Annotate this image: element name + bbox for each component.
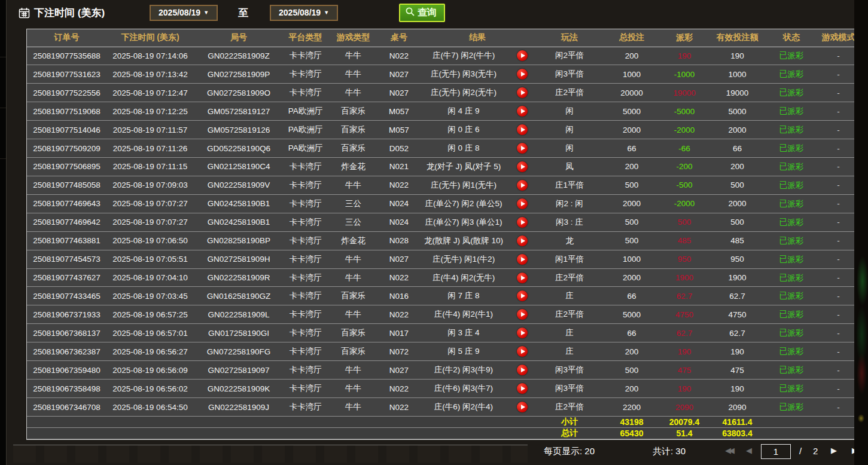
cell-order: 250819077437627 xyxy=(27,268,106,287)
cell-game: 牛牛 xyxy=(327,361,379,380)
page-input[interactable]: 1 xyxy=(761,444,791,459)
column-header: 有效投注额 xyxy=(708,29,766,47)
cell-game: 百家乐 xyxy=(327,324,379,342)
replay-video-icon[interactable] xyxy=(517,217,528,228)
cell-result: 庄(牛6) 闲3(牛7) xyxy=(419,380,536,398)
cell-play: 龙 xyxy=(536,231,603,250)
cell-table_no: D052 xyxy=(379,139,419,158)
cell-status: 已派彩 xyxy=(766,102,817,121)
cell-payout: 2090 xyxy=(660,398,708,417)
empty-cell xyxy=(766,417,817,428)
cell-bet: 200 xyxy=(603,342,660,361)
cell-play: 庄2平倍 xyxy=(536,398,603,417)
cell-game: 牛牛 xyxy=(327,176,379,194)
cell-result: 庄(无牛) 闲1(无牛) xyxy=(419,176,536,194)
cell-game: 牛牛 xyxy=(327,380,379,398)
empty-cell xyxy=(284,417,327,428)
table-row: 2508190775068952025-08-19 07:11:15GN0212… xyxy=(27,158,860,176)
replay-video-icon[interactable] xyxy=(517,143,528,154)
first-page-button[interactable]: ◀◀ xyxy=(725,446,732,455)
replay-video-icon[interactable] xyxy=(517,273,528,283)
result-text: 庄(单公7) 闲2 (单公5) xyxy=(419,198,508,209)
cell-status: 已派彩 xyxy=(766,231,817,250)
cell-platform: 卡卡湾厅 xyxy=(284,47,327,65)
date-to-select[interactable]: 2025/08/19 ▼ xyxy=(270,5,338,21)
cell-play: 庄2平倍 xyxy=(536,268,603,287)
cell-bet: 2000 xyxy=(603,194,660,213)
replay-video-icon[interactable] xyxy=(517,50,528,61)
replay-video-icon[interactable] xyxy=(517,328,528,338)
query-button[interactable]: 查询 xyxy=(399,4,445,22)
cell-bet: 500 xyxy=(603,176,660,194)
replay-video-icon[interactable] xyxy=(517,198,528,209)
replay-video-icon[interactable] xyxy=(517,254,528,265)
column-header: 局号 xyxy=(194,29,284,47)
total-pages-label: 2 xyxy=(813,446,818,456)
cell-game: 牛牛 xyxy=(327,84,379,102)
cell-round: GN0222581909J xyxy=(194,398,284,417)
cell-time: 2025-08-19 07:05:51 xyxy=(106,250,194,268)
replay-video-icon[interactable] xyxy=(517,402,528,412)
cell-time: 2025-08-19 07:11:15 xyxy=(106,158,194,176)
cell-table_no: M057 xyxy=(379,121,419,139)
date-to-value: 2025/08/19 xyxy=(279,8,321,17)
table-row: 2508190775225562025-08-19 07:12:47GN0272… xyxy=(27,84,860,102)
cell-result: 闲 0 庄 8 xyxy=(419,139,536,158)
empty-cell xyxy=(27,417,106,428)
column-header: 总投注 xyxy=(603,29,660,47)
subtotal-row: 小计4319820079.441611.4 xyxy=(27,417,860,428)
cell-status: 已派彩 xyxy=(766,380,817,398)
replay-video-icon[interactable] xyxy=(517,383,528,394)
replay-video-icon[interactable] xyxy=(517,69,528,79)
replay-video-icon[interactable] xyxy=(517,106,528,117)
cell-time: 2025-08-19 06:56:02 xyxy=(106,380,194,398)
cell-round: GN028258190BP xyxy=(194,231,284,250)
cell-platform: 卡卡湾厅 xyxy=(284,305,327,324)
cell-platform: 卡卡湾厅 xyxy=(284,380,327,398)
cell-bet: 200 xyxy=(603,380,660,398)
replay-video-icon[interactable] xyxy=(517,365,528,375)
prev-page-button[interactable]: ◀ xyxy=(746,446,750,455)
date-from-select[interactable]: 2025/08/19 ▼ xyxy=(150,5,218,21)
cell-table_no: N022 xyxy=(379,380,419,398)
cell-time: 2025-08-19 07:07:27 xyxy=(106,213,194,231)
replay-video-icon[interactable] xyxy=(517,161,528,172)
next-page-button[interactable]: ▶ xyxy=(831,446,835,455)
result-text: 闲 0 庄 8 xyxy=(419,143,508,154)
cell-valid: 500 xyxy=(708,176,766,194)
replay-video-icon[interactable] xyxy=(517,346,528,357)
result-text: 庄(牛4) 闲2(无牛) xyxy=(419,273,508,283)
cell-round: GN0222581909L xyxy=(194,305,284,324)
table-row: 2508190774696432025-08-19 07:07:27GN0242… xyxy=(27,194,860,213)
empty-cell xyxy=(106,428,194,439)
cell-table_no: N016 xyxy=(379,287,419,305)
replay-video-icon[interactable] xyxy=(517,309,528,320)
cell-round: GN0222581909Z xyxy=(194,47,284,65)
column-header: 派彩 xyxy=(660,29,708,47)
cell-table_no: N022 xyxy=(379,268,419,287)
cell-bet: 1000 xyxy=(603,250,660,268)
cell-status: 已派彩 xyxy=(766,268,817,287)
bet-time-label: 下注时间 (美东) xyxy=(34,6,105,20)
cell-payout: -500 xyxy=(660,176,708,194)
replay-video-icon[interactable] xyxy=(517,235,528,246)
cell-play: 庄 xyxy=(536,324,603,342)
cell-play: 庄2平倍 xyxy=(536,84,603,102)
cell-order: 250819067346708 xyxy=(27,398,106,417)
replay-video-icon[interactable] xyxy=(517,87,528,98)
replay-video-icon[interactable] xyxy=(517,290,528,301)
bet-records-page: 下注时间 (美东) 2025/08/19 ▼ 至 2025/08/19 ▼ 查询 xyxy=(0,0,868,465)
cell-bet: 66 xyxy=(603,287,660,305)
cell-table_no: N017 xyxy=(379,324,419,342)
cell-valid: 190 xyxy=(708,47,766,65)
cell-payout: 19000 xyxy=(660,84,708,102)
replay-video-icon[interactable] xyxy=(517,180,528,191)
table-row: 2508190673594802025-08-19 06:56:09GN0272… xyxy=(27,361,860,380)
total-row-payout: 51.4 xyxy=(660,428,708,439)
replay-video-icon[interactable] xyxy=(517,124,528,135)
cell-round: GN02725819097 xyxy=(194,361,284,380)
cell-play: 闲3平倍 xyxy=(536,361,603,380)
cell-status: 已派彩 xyxy=(766,287,817,305)
cell-payout: 190 xyxy=(660,342,708,361)
cell-order: 250819077514046 xyxy=(27,121,106,139)
